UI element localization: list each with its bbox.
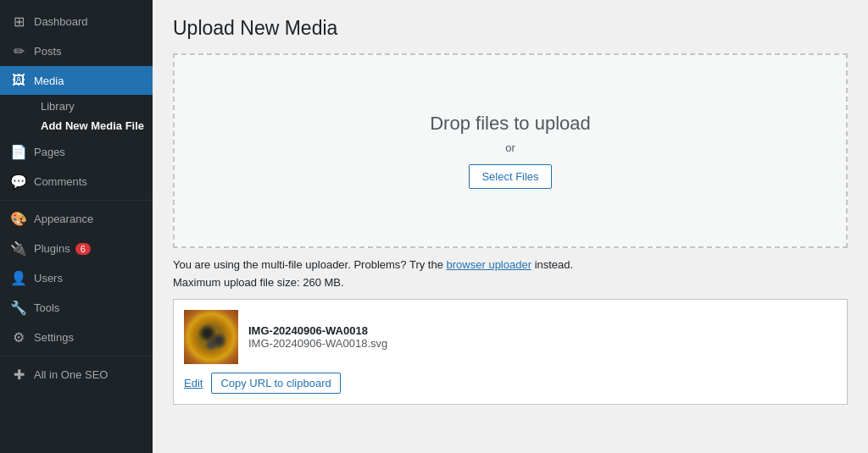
sidebar-item-label: Plugins (34, 242, 70, 255)
plugins-badge: 6 (75, 243, 91, 255)
drop-text: Drop files to upload (430, 113, 591, 135)
edit-link[interactable]: Edit (184, 377, 203, 389)
sidebar-subitem-add-new[interactable]: Add New Media File (34, 116, 153, 135)
sidebar-item-label: Media (34, 75, 64, 87)
browser-uploader-link[interactable]: browser uploader (447, 258, 531, 271)
sidebar-item-dashboard[interactable]: ⊞ Dashboard (0, 7, 153, 36)
sidebar-item-label: Settings (34, 331, 74, 344)
file-name: IMG-20240906-WA0018 (248, 324, 387, 337)
page-title: Upload New Media (173, 17, 848, 40)
sidebar-item-label: Tools (34, 301, 59, 314)
sidebar-item-posts[interactable]: ✏ Posts (0, 36, 153, 66)
sidebar-item-tools[interactable]: 🔧 Tools (0, 293, 153, 323)
tools-icon: 🔧 (10, 300, 27, 316)
plugins-icon: 🔌 (10, 240, 27, 257)
sidebar-item-media[interactable]: 🖼 Media (0, 66, 153, 95)
or-text: or (505, 141, 515, 154)
sidebar-item-settings[interactable]: ⚙ Settings (0, 323, 153, 352)
sidebar-item-label: All in One SEO (34, 368, 108, 381)
sidebar-item-label: Users (34, 272, 63, 285)
sidebar-item-label: Dashboard (34, 15, 88, 28)
sidebar-item-allinone[interactable]: ✚ All in One SEO (0, 360, 153, 389)
dashboard-icon: ⊞ (10, 14, 27, 30)
allinone-icon: ✚ (10, 367, 27, 383)
users-icon: 👤 (10, 270, 27, 286)
pages-icon: 📄 (10, 144, 27, 160)
sidebar-item-label: Pages (34, 146, 65, 158)
upload-dropzone[interactable]: Drop files to upload or Select Files (173, 53, 848, 248)
sidebar: ⊞ Dashboard ✏ Posts 🖼 Media Library Add … (0, 0, 153, 453)
main-content: Upload New Media Drop files to upload or… (153, 0, 868, 453)
sidebar-item-plugins[interactable]: 🔌 Plugins 6 (0, 234, 153, 263)
sidebar-item-users[interactable]: 👤 Users (0, 263, 153, 293)
file-row: IMG-20240906-WA0018 IMG-20240906-WA0018.… (184, 310, 837, 364)
file-filename: IMG-20240906-WA0018.svg (248, 337, 387, 350)
sidebar-item-pages[interactable]: 📄 Pages (0, 137, 153, 167)
posts-icon: ✏ (10, 43, 27, 59)
media-submenu: Library Add New Media File (0, 95, 153, 137)
file-item: IMG-20240906-WA0018 IMG-20240906-WA0018.… (173, 299, 848, 405)
sidebar-item-comments[interactable]: 💬 Comments (0, 167, 153, 196)
uploader-info: You are using the multi-file uploader. P… (173, 258, 848, 271)
media-icon: 🖼 (10, 73, 27, 88)
settings-icon: ⚙ (10, 329, 27, 345)
sidebar-item-label: Comments (34, 175, 87, 188)
file-thumb-image (184, 310, 238, 364)
sidebar-item-label: Appearance (34, 213, 93, 225)
comments-icon: 💬 (10, 174, 27, 190)
select-files-button[interactable]: Select Files (469, 164, 551, 189)
appearance-icon: 🎨 (10, 211, 27, 227)
sidebar-item-appearance[interactable]: 🎨 Appearance (0, 204, 153, 234)
file-info: IMG-20240906-WA0018 IMG-20240906-WA0018.… (248, 324, 387, 350)
file-actions: Edit Copy URL to clipboard (184, 373, 837, 394)
sidebar-item-label: Posts (34, 45, 62, 58)
copy-url-button[interactable]: Copy URL to clipboard (211, 373, 340, 394)
file-thumbnail (184, 310, 238, 364)
max-size-text: Maximum upload file size: 260 MB. (173, 276, 848, 289)
sidebar-subitem-library[interactable]: Library (34, 97, 153, 116)
